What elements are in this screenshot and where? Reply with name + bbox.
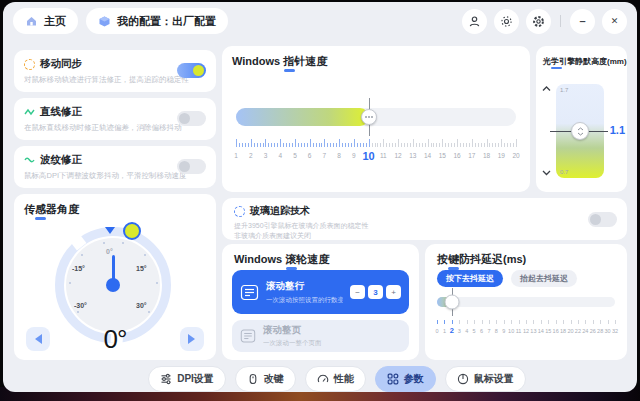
ruler-tick: [369, 139, 370, 147]
ruler-number: 28: [597, 328, 603, 334]
config-button[interactable]: 我的配置：出厂配置: [86, 8, 228, 34]
ruler-tick: [351, 143, 352, 147]
ruler-tick: [313, 143, 314, 147]
ruler-tick: [519, 320, 520, 324]
ruler-tick: [286, 143, 287, 147]
toggle-knob: [179, 113, 190, 124]
ripple-correction-card: 波纹修正 鼠标高DPI下调整波纹形抖动，平滑控制移动速度: [14, 146, 216, 188]
ruler-tick: [310, 139, 311, 147]
toggle-knob: [193, 65, 204, 76]
ruler-tick: [395, 143, 396, 147]
ruler-tick: [608, 320, 609, 324]
account-button[interactable]: [462, 9, 487, 34]
ruler-tick: [444, 320, 445, 324]
ruler-tick: [342, 143, 343, 147]
nav-parameters[interactable]: 参数: [375, 366, 436, 392]
nav-mouse-settings[interactable]: 鼠标设置: [445, 366, 526, 392]
gauge-dot: [122, 242, 124, 244]
lod-decrease-button[interactable]: [542, 170, 551, 176]
ruler-tick: [489, 320, 490, 324]
scroll-lines-desc: 一次滚动按照设置的行数变化: [266, 296, 343, 305]
nav-performance[interactable]: 性能: [305, 366, 366, 392]
ruler-number: 32: [612, 328, 618, 334]
debounce-tabs: 按下去抖延迟 抬起去抖延迟: [437, 270, 577, 287]
minimize-button[interactable]: –: [570, 9, 595, 34]
debounce-slider[interactable]: [437, 297, 615, 307]
home-button[interactable]: 主页: [13, 8, 78, 34]
ruler-number: 12: [523, 328, 529, 334]
pointer-speed-ticks: [236, 138, 516, 147]
ruler-tick: [375, 143, 376, 147]
ruler-tick: [533, 320, 534, 324]
ruler-number: 17: [468, 152, 475, 159]
line-correction-toggle[interactable]: [177, 111, 206, 126]
nav-label: 性能: [334, 372, 354, 386]
rotate-left-button[interactable]: [26, 327, 50, 351]
ruler-tick: [482, 320, 483, 324]
tab-release-debounce[interactable]: 抬起去抖延迟: [511, 270, 577, 287]
gauge-dot: [77, 311, 79, 313]
ruler-tick: [333, 143, 334, 147]
rotate-right-button[interactable]: [180, 327, 204, 351]
dial-label-30: 30°: [136, 302, 147, 309]
ruler-tick: [556, 320, 557, 324]
ruler-number: 9: [502, 328, 505, 334]
ruler-number: 9: [352, 152, 356, 159]
lines-decrease-button[interactable]: −: [350, 285, 365, 299]
config-cube-icon: [98, 15, 111, 28]
pointer-speed-slider[interactable]: [236, 108, 516, 126]
motion-sync-card: 移动同步 对鼠标移动轨迹进行算法修正，提高追踪的稳定性: [14, 50, 216, 92]
zigzag-icon: [24, 107, 35, 117]
ruler-tick: [504, 143, 505, 147]
ruler-tick: [407, 143, 408, 147]
ruler-tick: [469, 143, 470, 147]
ruler-number: 24: [582, 328, 588, 334]
motion-sync-title: 移动同步: [40, 57, 82, 71]
pointer-speed-handle[interactable]: [361, 109, 377, 125]
theme-button[interactable]: [494, 9, 519, 34]
nav-key-remap[interactable]: 改键: [235, 366, 296, 392]
debounce-handle[interactable]: [444, 295, 459, 310]
mouse-settings-icon: [457, 373, 469, 385]
nav-dpi-settings[interactable]: DPI设置: [148, 366, 226, 392]
close-button[interactable]: ✕: [602, 9, 627, 34]
ruler-tick: [410, 143, 411, 147]
ruler-tick: [484, 143, 485, 147]
tab-press-debounce[interactable]: 按下去抖延迟: [437, 270, 503, 287]
ruler-tick: [507, 143, 508, 147]
ruler-tick: [257, 143, 258, 147]
ruler-tick: [386, 143, 387, 147]
lod-handle[interactable]: [571, 122, 589, 140]
ruler-number: 14: [424, 152, 431, 159]
minimize-icon: –: [579, 16, 585, 27]
ruler-tick: [436, 143, 437, 147]
lod-increase-button[interactable]: [542, 86, 551, 92]
pointer-speed-title: Windows 指针速度: [232, 54, 327, 69]
motion-sync-toggle[interactable]: [177, 63, 206, 78]
scroll-page-option[interactable]: 滚动整页 一次滚动一整个页面: [232, 320, 409, 352]
ruler-number: 3: [264, 152, 268, 159]
glass-tracking-toggle[interactable]: [588, 212, 617, 227]
ruler-tick: [457, 139, 458, 147]
ruler-number: 1: [443, 328, 446, 334]
ruler-tick: [366, 143, 367, 147]
ripple-correction-toggle[interactable]: [177, 159, 206, 174]
toggle-knob: [179, 161, 190, 172]
settings-button[interactable]: [526, 9, 551, 34]
gear-icon: [532, 15, 545, 28]
sensor-angle-title: 传感器角度: [24, 202, 79, 217]
scroll-lines-option[interactable]: 滚动整行 一次滚动按照设置的行数变化 − 3 +: [232, 270, 409, 314]
gauge-knob[interactable]: [123, 222, 141, 240]
ruler-number: 15: [545, 328, 551, 334]
ruler-tick: [254, 143, 255, 147]
ruler-tick: [511, 320, 512, 324]
grid-icon: [387, 373, 399, 385]
ruler-tick: [431, 143, 432, 147]
lines-increase-button[interactable]: +: [386, 285, 401, 299]
glass-tracking-title: 玻璃追踪技术: [250, 204, 310, 218]
ruler-tick: [459, 320, 460, 324]
ruler-tick: [292, 143, 293, 147]
ruler-number: 20: [567, 328, 573, 334]
ruler-tick: [307, 143, 308, 147]
scroll-lines-title: 滚动整行: [266, 280, 343, 293]
